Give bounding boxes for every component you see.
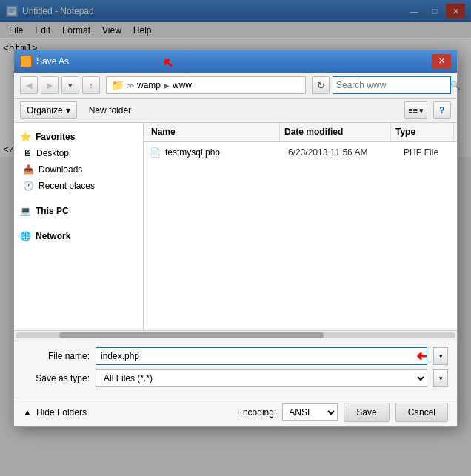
- dialog-title-left: Save As: [20, 56, 69, 67]
- filename-label: File name:: [23, 351, 90, 361]
- save-button[interactable]: Save: [344, 403, 389, 422]
- breadcrumb-wamp[interactable]: wamp: [137, 80, 161, 90]
- network-label: Network: [36, 231, 70, 241]
- nav-refresh-button[interactable]: ↻: [312, 76, 330, 94]
- dialog-body: ⭐ Favorites 🖥 Desktop 📥 Downloads 🕐 Rece…: [14, 123, 457, 330]
- search-icon[interactable]: 🔍: [450, 81, 461, 90]
- dialog-sidebar: ⭐ Favorites 🖥 Desktop 📥 Downloads 🕐 Rece…: [14, 123, 144, 330]
- sidebar-group-network[interactable]: 🌐 Network: [14, 228, 143, 244]
- dialog-close-button[interactable]: ✕: [432, 54, 451, 69]
- help-button[interactable]: ?: [433, 101, 451, 119]
- thispc-icon: 💻: [20, 206, 31, 216]
- dialog-overlay: Save As ✕ ◀ ▶ ▾ ↑ 📁 ≫ wamp ▶ www: [0, 0, 471, 476]
- recent-icon: 🕐: [23, 181, 34, 191]
- file-name: testmysql.php: [165, 147, 284, 158]
- hide-folders-button[interactable]: ▲ Hide Folders: [23, 407, 87, 418]
- file-icon: 📄: [150, 147, 161, 158]
- view-button[interactable]: ≡≡ ▾: [404, 101, 427, 119]
- table-row[interactable]: 📄 testmysql.php 6/23/2013 11:56 AM PHP F…: [147, 145, 454, 160]
- favorites-label: Favorites: [36, 132, 75, 142]
- filename-dropdown-button[interactable]: ▾: [433, 347, 448, 365]
- downloads-icon: 📥: [23, 164, 34, 175]
- col-header-type[interactable]: Type: [391, 123, 454, 141]
- dialog-title-bar: Save As ✕: [14, 50, 457, 73]
- sidebar-item-desktop[interactable]: 🖥 Desktop: [14, 145, 143, 161]
- new-folder-button[interactable]: New folder: [83, 101, 137, 119]
- hide-folders-icon: ▲: [23, 407, 32, 418]
- filename-input[interactable]: [96, 347, 427, 365]
- organize-chevron: ▾: [66, 105, 70, 115]
- sidebar-item-downloads[interactable]: 📥 Downloads: [14, 161, 143, 178]
- filelist-body: 📄 testmysql.php 6/23/2013 11:56 AM PHP F…: [144, 142, 457, 330]
- savetype-dropdown-button[interactable]: ▾: [433, 369, 448, 387]
- network-icon: 🌐: [20, 231, 31, 241]
- desktop-icon: 🖥: [23, 148, 32, 158]
- file-type: PHP File: [404, 147, 438, 158]
- favorites-icon: ⭐: [20, 132, 31, 142]
- organize-button[interactable]: Organize ▾: [20, 101, 77, 119]
- nav-back-button[interactable]: ◀: [20, 76, 38, 94]
- view-chevron: ▾: [419, 106, 424, 115]
- breadcrumb-bar[interactable]: 📁 ≫ wamp ▶ www: [106, 76, 306, 94]
- search-box[interactable]: 🔍: [333, 76, 451, 94]
- downloads-label: Downloads: [39, 164, 82, 175]
- encoding-label: Encoding:: [237, 407, 276, 418]
- dialog-bottom: File name: ▾ ➜ Save as type: All Files (…: [14, 341, 457, 398]
- search-input[interactable]: [336, 80, 447, 90]
- dialog-nav-bar: ◀ ▶ ▾ ↑ 📁 ≫ wamp ▶ www ➜ ↻: [14, 73, 457, 99]
- sidebar-spacer1: [14, 194, 143, 203]
- savetype-select[interactable]: All Files (*.*) Text Documents (*.txt): [96, 369, 427, 387]
- scroll-thumb[interactable]: [59, 332, 323, 338]
- horizontal-scrollbar[interactable]: [14, 330, 457, 341]
- savetype-label: Save as type:: [23, 373, 90, 383]
- notepad-window: Untitled - Notepad — □ ✕ File Edit Forma…: [0, 0, 471, 476]
- cancel-button[interactable]: Cancel: [395, 403, 448, 422]
- thispc-label: This PC: [36, 206, 69, 216]
- organize-label: Organize: [27, 105, 63, 115]
- dialog-folder-icon: [20, 56, 32, 67]
- dialog-footer: ▲ Hide Folders Encoding: ANSI UTF-8 Unic…: [14, 398, 457, 426]
- nav-dropdown-button[interactable]: ▾: [61, 76, 79, 94]
- breadcrumb-folder-icon: 📁: [111, 79, 124, 91]
- recent-label: Recent places: [39, 181, 95, 191]
- file-date: 6/23/2013 11:56 AM: [288, 147, 399, 158]
- dialog-title: Save As: [36, 56, 69, 67]
- sidebar-spacer2: [14, 219, 143, 228]
- filelist-header: Name Date modified Type: [144, 123, 457, 142]
- savetype-row: Save as type: All Files (*.*) Text Docum…: [23, 369, 448, 387]
- sidebar-group-favorites[interactable]: ⭐ Favorites: [14, 129, 143, 145]
- sidebar-group-thispc[interactable]: 💻 This PC: [14, 203, 143, 219]
- scroll-track[interactable]: [16, 332, 455, 338]
- col-header-name[interactable]: Name: [147, 123, 280, 141]
- view-icon: ≡≡: [408, 106, 418, 115]
- save-as-dialog: Save As ✕ ◀ ▶ ▾ ↑ 📁 ≫ wamp ▶ www: [13, 50, 458, 427]
- dialog-toolbar: Organize ▾ New folder ≡≡ ▾ ?: [14, 99, 457, 123]
- desktop-label: Desktop: [36, 148, 69, 158]
- filename-row: File name: ▾ ➜: [23, 347, 448, 365]
- sidebar-item-recent[interactable]: 🕐 Recent places: [14, 178, 143, 194]
- hide-folders-label: Hide Folders: [36, 407, 87, 418]
- breadcrumb-www[interactable]: www: [173, 80, 192, 90]
- nav-forward-button[interactable]: ▶: [41, 76, 59, 94]
- encoding-select[interactable]: ANSI UTF-8 Unicode: [282, 403, 338, 421]
- col-header-date[interactable]: Date modified: [280, 123, 391, 141]
- dialog-filelist: Name Date modified Type 📄 testmysql.php …: [144, 123, 457, 330]
- nav-up-button[interactable]: ↑: [82, 76, 100, 94]
